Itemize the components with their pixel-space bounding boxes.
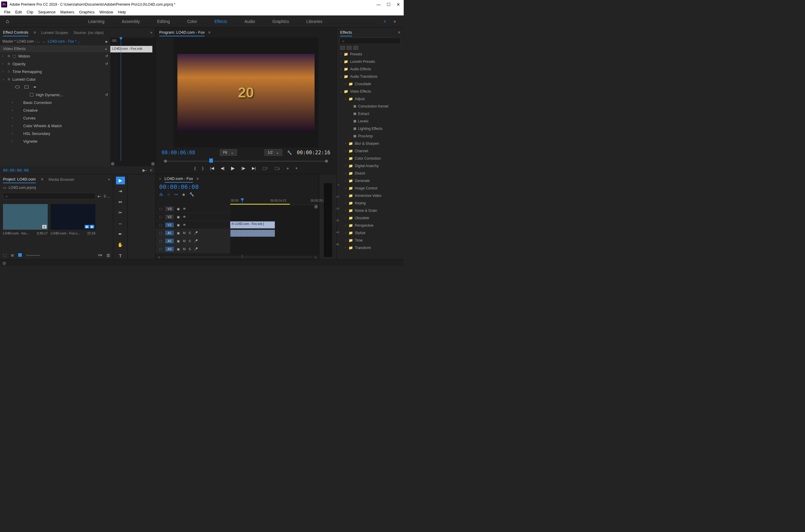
step-forward-icon[interactable]: |▶ [241,166,245,170]
play-icon[interactable]: ▶ [106,40,108,43]
auto-icon[interactable]: ▥ [106,253,110,258]
workspace-audio[interactable]: Audio [243,17,256,26]
menu-file[interactable]: File [2,9,12,15]
zoom-slider[interactable]: ○——— [26,253,40,258]
effect-row[interactable]: ›Curves [0,114,110,122]
step-back-icon[interactable]: ◀| [221,166,224,170]
zoom-handle[interactable]: ○ [314,255,317,260]
toggle-icon[interactable]: ▣ [177,247,180,251]
lock-icon[interactable]: ⬚ [159,239,162,243]
checkbox[interactable] [30,93,33,96]
tab-effect-controls[interactable]: Effect Controls [3,29,28,36]
eye-icon[interactable]: 👁 [183,215,186,218]
reset-icon[interactable]: ↺ [105,54,108,58]
magnet-icon[interactable]: ∩ [167,192,170,196]
project-search-input[interactable]: ⌕ [3,193,95,199]
effect-folder[interactable]: ›📁Time [336,236,404,244]
eye-icon[interactable]: 👁 [183,207,186,211]
effect-folder[interactable]: ›📁Image Control [336,184,404,192]
home-icon[interactable]: ⌂ [0,18,15,24]
menu-markers[interactable]: Markers [58,9,76,15]
scroll-handle[interactable] [151,162,155,166]
fx-badge-icon[interactable] [353,46,358,50]
effect-folder[interactable]: ›📁Lumetri Presets [336,58,404,65]
tab-project[interactable]: Project: LO4D.com [3,176,36,183]
effect-folder[interactable]: ›📁Noise & Grain [336,207,404,214]
effect-folder[interactable]: ›📁Digital Anarchy [336,162,404,170]
list-view-icon[interactable]: ≣ [11,253,14,258]
effect-preset[interactable]: ▦ProcAmp [336,132,404,140]
panel-menu-icon[interactable]: ≡ [208,31,210,35]
overflow-icon[interactable]: » [287,166,289,170]
toggle-icon[interactable]: ▣ [177,215,180,219]
workspace-editing[interactable]: Editing [156,17,171,26]
workspace-menu-icon[interactable]: ≡ [384,19,386,23]
tab-source[interactable]: Source: (no clips) [73,29,104,36]
panel-menu-icon[interactable]: ≡ [34,31,36,35]
export-icon[interactable]: ⎋ [150,168,152,172]
pen-mask-icon[interactable]: ✒ [33,85,37,89]
effects-search-input[interactable]: ⌕ [340,38,401,44]
menu-graphics[interactable]: Graphics [77,9,96,15]
effect-folder[interactable]: ›📁Audio Effects [336,65,404,73]
wrench-icon[interactable]: 🔧 [189,192,194,196]
scroll-handle[interactable] [111,162,114,166]
video-viewport[interactable]: 20 [173,38,318,148]
zoom-select[interactable]: Fit⌄ [220,149,237,156]
effect-folder[interactable]: ›📁Generate [336,177,404,184]
video-track-header[interactable]: ⬚V3▣👁 [155,205,230,213]
effect-preset[interactable]: ▦Extract [336,110,404,117]
cc-icon[interactable]: ◎ [2,261,6,265]
effect-folder[interactable]: ›📁Distort [336,170,404,177]
icon-view-icon[interactable] [18,253,22,257]
workspace-effects[interactable]: Effects [213,17,228,26]
effect-folder[interactable]: ›📁Stylize [336,229,404,236]
timeline-timecode[interactable]: 00:00:06:08 [159,183,199,190]
effect-folder[interactable]: ›📁Blur & Sharpen [336,140,404,147]
play-icon[interactable]: ▶ [231,165,235,171]
overflow-icon[interactable]: » [386,19,404,23]
lift-icon[interactable]: ⬚↑ [262,166,268,170]
maximize-button[interactable]: ☐ [387,2,390,7]
filter-icon[interactable]: ▸▫ [98,194,102,198]
resolution-select[interactable]: 1/2⌄ [264,149,282,156]
effect-row[interactable]: ›fxTime Remapping [0,68,110,75]
reset-icon[interactable]: ↺ [105,93,108,97]
eye-icon[interactable]: 👁 [183,223,186,227]
effect-row[interactable]: High Dynamic...↺ [0,91,110,99]
effect-row[interactable]: ›Vignette [0,137,110,145]
menu-clip[interactable]: Clip [25,9,35,15]
program-title[interactable]: Program: LO4D.com - Fox [159,29,204,36]
effect-row[interactable]: ✒ [0,83,110,91]
mic-icon[interactable]: 🎤 [194,239,198,243]
effect-row[interactable]: ⌄fxLumetri Color [0,75,110,83]
toggle-icon[interactable]: ▣ [177,223,180,227]
effect-folder[interactable]: ›📁Immersive Video [336,192,404,199]
video-effects-category[interactable]: Video Effects ▲ [0,45,110,52]
master-clip-label[interactable]: Master * LO4D.com - ... [2,39,40,43]
tracks-area[interactable]: fx LO4D.com - Fox.vob [ [230,205,319,255]
minimize-button[interactable]: — [377,2,381,7]
audio-track-header[interactable]: ⬚A2▣MS🎤 [155,237,230,245]
audio-track-header[interactable]: ⬚A3▣MS🎤 [155,245,230,253]
selection-tool[interactable]: ▶ [116,177,125,184]
mark-in-icon[interactable]: { [195,166,196,170]
clip-selector[interactable]: LO4D.com - Fox * ... [48,39,80,43]
extract-icon[interactable]: ⬚↓ [275,166,280,170]
panel-menu-icon[interactable]: ≡ [197,177,199,181]
panel-menu-icon[interactable]: ≡ [41,177,43,182]
menu-help[interactable]: Help [116,9,128,15]
collapse-icon[interactable]: ▲ [105,48,107,50]
effect-folder[interactable]: ›📁Perspective [336,222,404,229]
workspace-libraries[interactable]: Libraries [305,17,324,26]
effect-folder[interactable]: ›📁Obsolete [336,214,404,222]
timeline-ruler[interactable]: :00:0000:00:14:2300:00:29:23 [230,198,319,205]
menu-edit[interactable]: Edit [14,9,23,15]
audio-track-header[interactable]: ⬚A1▣MS🎤 [155,229,230,237]
program-timecode[interactable]: 00:00:06:08 [162,150,195,155]
type-tool[interactable]: T [116,252,125,260]
chevron-down-icon[interactable]: ⌄ [42,39,45,43]
bin-item[interactable]: ▦▦LO4D.com - Fox.v...22:16 [51,204,95,248]
sort-icon[interactable]: ≡▾ [98,253,102,258]
effect-timecode[interactable]: 00:00:06:08 [3,168,29,172]
